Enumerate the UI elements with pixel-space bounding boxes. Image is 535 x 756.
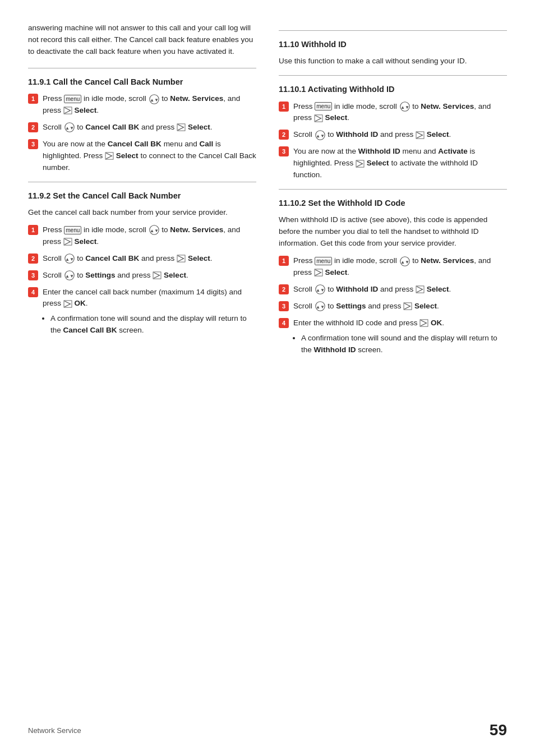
scroll-icon-r2-2: ▲▼	[315, 284, 326, 295]
svg-text:▲▼: ▲▼	[150, 228, 159, 233]
right-column: 11.10 Withhold ID Use this function to m…	[279, 22, 507, 361]
step-r3: 3 You are now at the Withhold ID menu an…	[279, 146, 507, 181]
step-num-2-3: 3	[28, 270, 38, 280]
left-column: answering machine will not answer to thi…	[28, 22, 256, 361]
scroll-icon-r2: ▲▼	[315, 130, 326, 141]
section-10-subtitle: Use this function to make a call without…	[279, 56, 507, 67]
select-icon-r2-3	[403, 302, 412, 310]
step-text-1: Press menu in idle mode, scroll ▲▼ to Ne…	[43, 93, 256, 117]
step-1: 1 Press menu in idle mode, scroll ▲▼ to …	[28, 93, 256, 117]
select-icon-r3	[356, 160, 365, 168]
divider-2	[28, 182, 256, 182]
select-icon-r2-1	[314, 269, 323, 276]
svg-text:▲▼: ▲▼	[315, 288, 324, 293]
divider-5	[279, 189, 507, 190]
section-9-1-steps: 1 Press menu in idle mode, scroll ▲▼ to …	[28, 93, 256, 174]
step-text-2-4: Enter the cancel call back number (maxim…	[43, 287, 256, 337]
step-num-2-4: 4	[28, 287, 38, 297]
select-icon-r2-4	[419, 319, 428, 327]
bullet-r2-1: A confirmation tone will sound and the d…	[301, 333, 507, 356]
section-10-2-steps: 1 Press menu in idle mode, scroll ▲▼ to …	[279, 255, 507, 356]
scroll-icon-5: ▲▼	[64, 270, 75, 281]
section-10-2-title: 11.10.2 Set the Withhold ID Code	[279, 197, 507, 209]
step-num-r1: 1	[279, 102, 289, 112]
step-num-2: 2	[28, 122, 38, 132]
svg-text:▲▼: ▲▼	[64, 274, 73, 279]
scroll-icon-r2-3: ▲▼	[315, 301, 326, 312]
scroll-icon-3: ▲▼	[149, 224, 160, 236]
scroll-icon-4: ▲▼	[64, 253, 75, 264]
section-10-1-title: 11.10.1 Activating Withhold ID	[279, 84, 507, 95]
select-icon-3	[105, 152, 114, 160]
step-text-r2-1: Press menu in idle mode, scroll ▲▼ to Ne…	[293, 255, 507, 279]
step-3: 3 You are now at the Cancel Call BK menu…	[28, 139, 256, 174]
step-2-4-bullets: A confirmation tone will sound and the d…	[43, 313, 256, 336]
scroll-icon: ▲▼	[149, 94, 160, 105]
section-9-2-steps: 1 Press menu in idle mode, scroll ▲▼ to …	[28, 224, 256, 336]
footer-page: 59	[490, 721, 507, 739]
step-2-4: 4 Enter the cancel call back number (max…	[28, 287, 256, 337]
step-num-2-2: 2	[28, 253, 38, 264]
step-text-2: Scroll ▲▼ to Cancel Call BK and press Se…	[43, 122, 212, 133]
select-icon-r2-2	[416, 285, 425, 293]
step-num-r2-3: 3	[279, 301, 289, 311]
section-10: 11.10 Withhold ID Use this function to m…	[279, 39, 507, 67]
section-10-1: 11.10.1 Activating Withhold ID 1 Press m…	[279, 84, 507, 181]
step-text-2-2: Scroll ▲▼ to Cancel Call BK and press Se…	[43, 253, 212, 265]
select-icon-4	[63, 238, 72, 246]
divider-1	[28, 68, 256, 68]
svg-text:▲▼: ▲▼	[150, 97, 159, 102]
step-r2-2: 2 Scroll ▲▼ to Withhold ID and press Sel…	[279, 284, 507, 296]
section-9-2-title: 11.9.2 Set the Cancel Call Back Number	[28, 190, 256, 201]
step-r2-1: 1 Press menu in idle mode, scroll ▲▼ to …	[279, 255, 507, 279]
step-text-r2-4: Enter the withhold ID code and press OK.…	[293, 317, 507, 356]
step-text-r3: You are now at the Withhold ID menu and …	[293, 146, 507, 181]
step-num-2-1: 1	[28, 225, 38, 235]
select-icon-r1	[314, 114, 323, 122]
svg-text:▲▼: ▲▼	[400, 259, 409, 264]
scroll-icon-2: ▲▼	[64, 122, 75, 133]
step-num-r2-1: 1	[279, 256, 289, 266]
svg-text:▲▼: ▲▼	[64, 126, 73, 131]
section-9-2: 11.9.2 Set the Cancel Call Back Number G…	[28, 190, 256, 337]
step-text-3: You are now at the Cancel Call BK menu a…	[43, 139, 256, 174]
menu-icon-r2: menu	[315, 257, 332, 265]
step-text-2-1: Press menu in idle mode, scroll ▲▼ to Ne…	[43, 224, 256, 248]
bullet-1: A confirmation tone will sound and the d…	[50, 313, 256, 336]
page-layout: answering machine will not answer to thi…	[28, 22, 507, 361]
svg-text:▲▼: ▲▼	[64, 257, 73, 262]
svg-text:▲▼: ▲▼	[315, 305, 324, 310]
svg-text:▲▼: ▲▼	[400, 105, 409, 110]
footer-label: Network Service	[28, 726, 81, 735]
menu-icon-2: menu	[64, 226, 81, 234]
step-r1: 1 Press menu in idle mode, scroll ▲▼ to …	[279, 101, 507, 125]
page-footer: Network Service 59	[28, 721, 507, 739]
menu-icon-r1: menu	[315, 102, 332, 110]
step-2: 2 Scroll ▲▼ to Cancel Call BK and press …	[28, 122, 256, 133]
select-icon-2	[177, 123, 186, 131]
select-icon-6	[153, 271, 162, 279]
menu-icon: menu	[64, 95, 81, 103]
section-10-title: 11.10 Withhold ID	[279, 39, 507, 50]
scroll-icon-r2-1: ▲▼	[399, 256, 411, 267]
step-2-3: 3 Scroll ▲▼ to Settings and press Select…	[28, 270, 256, 282]
section-10-2: 11.10.2 Set the Withhold ID Code When wi…	[279, 197, 507, 356]
step-r2-3: 3 Scroll ▲▼ to Settings and press Select…	[279, 301, 507, 312]
step-text-r1: Press menu in idle mode, scroll ▲▼ to Ne…	[293, 101, 507, 125]
step-r2-4: 4 Enter the withhold ID code and press O…	[279, 317, 507, 356]
step-num-3: 3	[28, 139, 38, 149]
step-num-r2-2: 2	[279, 284, 289, 294]
select-icon-r2	[416, 131, 425, 139]
intro-text: answering machine will not answer to thi…	[28, 22, 256, 58]
step-text-r2: Scroll ▲▼ to Withhold ID and press Selec…	[293, 129, 451, 141]
step-text-r2-2: Scroll ▲▼ to Withhold ID and press Selec…	[293, 284, 451, 296]
scroll-icon-r1: ▲▼	[399, 101, 411, 112]
select-icon	[63, 107, 72, 114]
step-num-r2-4: 4	[279, 318, 289, 328]
section-10-2-subtitle: When withhold ID is active (see above), …	[279, 214, 507, 250]
section-9-1: 11.9.1 Call the Cancel Call Back Number …	[28, 76, 256, 174]
select-icon-7	[63, 300, 72, 308]
step-num-r3: 3	[279, 146, 289, 156]
step-text-r2-3: Scroll ▲▼ to Settings and press Select.	[293, 301, 439, 312]
divider-3	[279, 30, 507, 31]
